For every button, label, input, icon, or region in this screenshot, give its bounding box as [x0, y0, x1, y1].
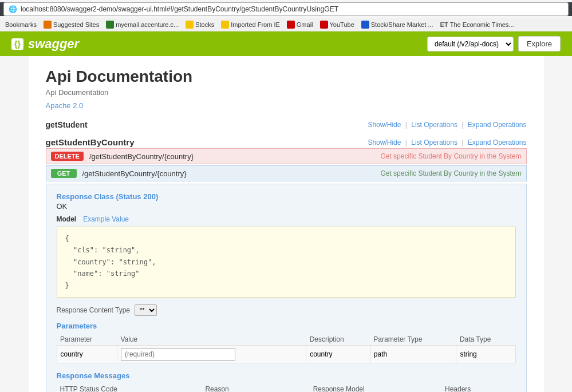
- response-messages-title: Response Messages: [57, 371, 516, 380]
- apache-link[interactable]: Apache 2.0: [46, 101, 84, 110]
- response-messages-table: HTTP Status Code Reason Response Model H…: [57, 383, 516, 392]
- col-reason: Reason: [202, 383, 309, 392]
- api-docs-select[interactable]: default (/v2/api-docs): [427, 37, 514, 52]
- bm-imported-icon: [221, 21, 229, 29]
- delete-endpoint-row[interactable]: DELETE /getStudentByCountry/{country} Ge…: [46, 148, 527, 164]
- get-student-section-header: getStudent Show/Hide | List Operations |…: [46, 120, 527, 132]
- get-student-by-country-group: getStudentByCountry Show/Hide | List Ope…: [46, 137, 527, 392]
- gs-list-ops[interactable]: List Operations: [411, 121, 457, 129]
- col-response-model: Response Model: [310, 383, 441, 392]
- bm-suggested-icon: [44, 21, 52, 29]
- browser-chrome: 🌐 localhost:8080/swagger2-demo/swagger-u…: [0, 2, 572, 16]
- param-input[interactable]: [121, 348, 235, 361]
- parameters-table: Parameter Value Description Parameter Ty…: [57, 334, 516, 363]
- bm-economic[interactable]: ET The Economic Times...: [439, 21, 516, 29]
- bm-stocks[interactable]: Stocks: [184, 20, 216, 29]
- param-value[interactable]: [117, 345, 306, 363]
- example-value-tab[interactable]: Example Value: [83, 215, 129, 223]
- bm-economic-label: The Economic Times...: [450, 21, 514, 28]
- param-name: country: [57, 345, 117, 363]
- col-status-code: HTTP Status Code: [57, 383, 202, 392]
- gsbc-ops: Show/Hide | List Operations | Expand Ope…: [368, 138, 526, 146]
- bm-imported[interactable]: Imported From IE: [219, 20, 282, 29]
- bm-stocks-label: Stocks: [195, 21, 214, 28]
- swagger-logo-icon: {}: [11, 38, 23, 50]
- bm-stock-market[interactable]: Stock/Share Market ...: [360, 20, 435, 29]
- gsbc-title: getStudentByCountry: [46, 137, 135, 147]
- get-description: Get specific Student By Country in the S…: [380, 169, 521, 177]
- bm-gmail-icon: [287, 21, 295, 29]
- bm-stock-icon: [361, 21, 369, 29]
- gsbс-header: getStudentByCountry Show/Hide | List Ope…: [46, 137, 527, 148]
- table-row: country country path string: [57, 345, 515, 363]
- param-type: path: [370, 345, 456, 363]
- bm-youtube-label: YouTube: [330, 21, 354, 28]
- page-title: Api Documentation: [46, 68, 527, 86]
- example-value-box: { "cls": "string", "country": "string", …: [57, 227, 516, 298]
- parameters-title: Parameters: [57, 322, 516, 330]
- bm-imported-label: Imported From IE: [231, 21, 280, 28]
- get-path: /getStudentByCountry/{country}: [82, 169, 381, 178]
- explore-button[interactable]: Explore: [518, 36, 561, 52]
- example-json: { "cls": "string", "country": "string", …: [65, 233, 507, 291]
- response-ok: OK: [57, 202, 516, 211]
- bm-email[interactable]: myemail.accenture.c...: [104, 20, 180, 29]
- col-parameter: Parameter: [57, 334, 117, 346]
- col-data-type: Data Type: [456, 334, 515, 346]
- swagger-controls: default (/v2/api-docs) Explore: [427, 36, 561, 52]
- bm-gmail[interactable]: Gmail: [285, 20, 315, 29]
- model-tab[interactable]: Model: [57, 215, 77, 223]
- main-content: Api Documentation Api Documentation Apac…: [29, 56, 544, 392]
- bm-email-label: myemail.accenture.c...: [116, 21, 179, 28]
- bm-economic-icon: ET: [440, 21, 448, 28]
- content-type-row: Response Content Type **: [57, 304, 516, 316]
- get-student-title: getStudent: [46, 120, 88, 129]
- gsbc-show-hide[interactable]: Show/Hide: [368, 138, 401, 146]
- page-subtitle: Api Documentation: [46, 88, 527, 97]
- gsbc-expand-ops[interactable]: Expand Operations: [468, 138, 527, 146]
- gs-expand-ops[interactable]: Expand Operations: [468, 121, 527, 129]
- swagger-header: {} swagger default (/v2/api-docs) Explor…: [0, 31, 572, 56]
- swagger-logo-text: swagger: [28, 37, 79, 52]
- address-text: localhost:8080/swagger2-demo/swagger-ui.…: [21, 5, 338, 13]
- favicon-icon: 🌐: [9, 5, 17, 13]
- col-headers: Headers: [441, 383, 516, 392]
- bm-gmail-label: Gmail: [297, 21, 313, 28]
- param-description: country: [306, 345, 370, 363]
- bm-suggested-label: Suggested Sites: [53, 21, 99, 28]
- col-param-type: Parameter Type: [370, 334, 456, 346]
- delete-badge: DELETE: [51, 152, 84, 161]
- bm-stocks-icon: [186, 21, 194, 29]
- get-badge: GET: [51, 169, 77, 178]
- bm-youtube[interactable]: YouTube: [318, 20, 356, 29]
- bm-stock-label: Stock/Share Market ...: [371, 21, 433, 28]
- model-tabs: Model Example Value: [57, 215, 516, 223]
- bm-youtube-icon: [320, 21, 328, 29]
- bookmarks-bar: Bookmarks Suggested Sites myemail.accent…: [0, 18, 572, 31]
- swagger-logo: {} swagger: [11, 37, 79, 52]
- delete-path: /getStudentByCountry/{country}: [89, 152, 380, 161]
- get-endpoint-row[interactable]: GET /getStudentByCountry/{country} Get s…: [46, 165, 527, 181]
- bm-suggested[interactable]: Suggested Sites: [42, 20, 101, 29]
- gs-show-hide[interactable]: Show/Hide: [368, 121, 401, 129]
- col-value: Value: [117, 334, 306, 346]
- delete-description: Get specific Student By Country in the S…: [380, 152, 521, 160]
- get-student-ops: Show/Hide | List Operations | Expand Ope…: [368, 121, 526, 129]
- content-type-select[interactable]: **: [135, 304, 157, 316]
- gsbc-list-ops[interactable]: List Operations: [411, 138, 457, 146]
- param-data-type: string: [456, 345, 515, 363]
- expanded-get-section: Response Class (Status 200) OK Model Exa…: [46, 184, 527, 392]
- bm-email-icon: [106, 21, 114, 29]
- bookmarks-label: Bookmarks: [3, 21, 38, 29]
- address-bar[interactable]: 🌐 localhost:8080/swagger2-demo/swagger-u…: [3, 2, 569, 16]
- response-class-title[interactable]: Response Class (Status 200): [57, 192, 516, 201]
- col-description: Description: [306, 334, 370, 346]
- content-type-label: Response Content Type: [57, 306, 131, 314]
